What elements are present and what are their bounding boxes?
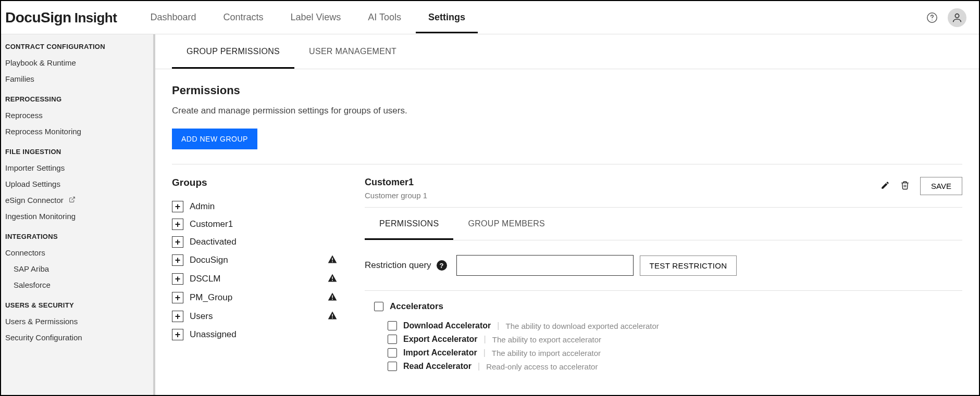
group-row-unassigned[interactable]: + Unassigned [172, 326, 365, 343]
page-description: Create and manage permission settings fo… [172, 106, 962, 116]
sidebar-section-contract-config: CONTRACT CONFIGURATION [1, 34, 153, 55]
group-label: DSCLM [190, 274, 327, 284]
subtab-group-permissions[interactable]: GROUP PERMISSIONS [172, 34, 294, 69]
settings-sidebar: CONTRACT CONFIGURATION Playbook & Runtim… [1, 34, 155, 395]
help-tooltip-icon[interactable]: ? [437, 260, 447, 271]
group-label: Users [190, 311, 327, 322]
expand-icon[interactable]: + [172, 311, 183, 322]
topnav-label-views[interactable]: Label Views [278, 2, 353, 33]
perm-label: Download Accelerator [403, 321, 491, 330]
checkbox-accelerators[interactable] [374, 302, 383, 311]
svg-point-8 [332, 299, 333, 300]
topnav-items: Dashboard Contracts Label Views AI Tools… [138, 2, 478, 33]
svg-point-4 [332, 261, 333, 262]
topnav-contracts[interactable]: Contracts [210, 2, 276, 33]
sidebar-upload-settings[interactable]: Upload Settings [1, 176, 153, 192]
group-label: Unassigned [190, 329, 365, 340]
warning-icon [327, 291, 338, 304]
group-row-dsclm[interactable]: + DSCLM [172, 270, 365, 288]
sidebar-sap-ariba[interactable]: SAP Ariba [1, 261, 153, 277]
expand-icon[interactable]: + [172, 292, 183, 303]
topnav-ai-tools[interactable]: AI Tools [355, 2, 414, 33]
checkbox-download-accelerator[interactable] [388, 321, 397, 330]
sidebar-reprocess-monitoring[interactable]: Reprocess Monitoring [1, 123, 153, 139]
perm-desc: The ability to export accelerator [492, 335, 601, 344]
group-row-pm-group[interactable]: + PM_Group [172, 288, 365, 307]
svg-point-10 [332, 317, 333, 318]
group-row-docusign[interactable]: + DocuSign [172, 251, 365, 270]
topnav-settings[interactable]: Settings [416, 2, 478, 33]
checkbox-export-accelerator[interactable] [388, 335, 397, 344]
sidebar-esign-label: eSign Connector [5, 196, 64, 205]
topnav-actions [923, 8, 975, 27]
sidebar-section-integrations: INTEGRATIONS [1, 224, 153, 245]
detail-tab-permissions[interactable]: PERMISSIONS [365, 208, 453, 240]
help-icon[interactable] [923, 8, 941, 27]
add-new-group-button[interactable]: ADD NEW GROUP [172, 129, 257, 149]
sidebar-playbook-runtime[interactable]: Playbook & Runtime [1, 55, 153, 71]
expand-icon[interactable]: + [172, 236, 183, 248]
group-row-customer1[interactable]: + Customer1 [172, 215, 365, 233]
svg-point-6 [332, 280, 333, 281]
settings-subtabs: GROUP PERMISSIONS USER MANAGEMENT [155, 34, 979, 69]
perm-label: Export Accelerator [403, 335, 478, 344]
sidebar-security-configuration[interactable]: Security Configuration [1, 329, 153, 346]
sidebar-users-permissions[interactable]: Users & Permissions [1, 313, 153, 329]
sidebar-ingestion-monitoring[interactable]: Ingestion Monitoring [1, 208, 153, 224]
group-label: DocuSign [190, 255, 327, 265]
test-restriction-button[interactable]: TEST RESTRICTION [640, 256, 737, 276]
expand-icon[interactable]: + [172, 219, 183, 230]
group-detail-panel: Customer1 Customer group 1 SAVE [365, 177, 962, 373]
expand-icon[interactable]: + [172, 329, 183, 340]
user-avatar[interactable] [948, 8, 966, 27]
group-label: Customer1 [190, 219, 365, 229]
expand-icon[interactable]: + [172, 254, 183, 266]
checkbox-import-accelerator[interactable] [388, 348, 397, 357]
group-row-users[interactable]: + Users [172, 307, 365, 326]
groups-title: Groups [172, 177, 365, 188]
perm-label: Read Accelerator [403, 362, 472, 371]
brand-main: DocuSign [5, 9, 71, 26]
sidebar-families[interactable]: Families [1, 71, 153, 87]
sidebar-salesforce[interactable]: Salesforce [1, 277, 153, 293]
sidebar-section-file-ingestion: FILE INGESTION [1, 139, 153, 160]
detail-group-subtitle: Customer group 1 [365, 191, 880, 200]
separator: | [497, 321, 499, 330]
group-label: Admin [190, 201, 365, 212]
restriction-query-label: Restriction query [365, 260, 431, 271]
delete-icon[interactable] [900, 181, 910, 192]
expand-icon[interactable]: + [172, 201, 183, 212]
topnav-dashboard[interactable]: Dashboard [138, 2, 208, 33]
warning-icon [327, 254, 338, 266]
sidebar-esign-connector[interactable]: eSign Connector [1, 192, 153, 208]
group-row-admin[interactable]: + Admin [172, 198, 365, 215]
warning-icon [327, 273, 338, 285]
edit-icon[interactable] [880, 181, 890, 192]
expand-icon[interactable]: + [172, 273, 183, 285]
detail-group-name: Customer1 [365, 177, 880, 188]
save-button[interactable]: SAVE [920, 177, 962, 195]
page-title: Permissions [172, 84, 962, 97]
perm-desc: Read-only access to accelerator [486, 362, 598, 371]
sidebar-section-reprocessing: REPROCESSING [1, 87, 153, 107]
checkbox-read-accelerator[interactable] [388, 362, 397, 371]
restriction-query-input[interactable] [456, 255, 634, 276]
subtab-user-management[interactable]: USER MANAGEMENT [294, 34, 411, 69]
warning-icon [327, 310, 338, 323]
groups-panel: Groups + Admin + Customer1 + Deactivated [172, 177, 365, 373]
group-label: Deactivated [190, 237, 365, 247]
group-row-deactivated[interactable]: + Deactivated [172, 233, 365, 251]
sidebar-importer-settings[interactable]: Importer Settings [1, 160, 153, 176]
perm-group-accelerators: Accelerators [390, 301, 443, 312]
sidebar-connectors[interactable]: Connectors [1, 245, 153, 261]
svg-rect-7 [332, 296, 333, 298]
detail-tab-group-members[interactable]: GROUP MEMBERS [453, 208, 560, 240]
group-label: PM_Group [190, 292, 327, 303]
brand-logo: DocuSign Insight [5, 9, 117, 26]
perm-desc: The ability to import accelerator [492, 349, 601, 357]
sidebar-reprocess[interactable]: Reprocess [1, 107, 153, 123]
separator: | [483, 348, 486, 357]
sidebar-section-users-security: USERS & SECURITY [1, 293, 153, 313]
svg-rect-3 [332, 258, 333, 261]
separator: | [478, 362, 480, 371]
